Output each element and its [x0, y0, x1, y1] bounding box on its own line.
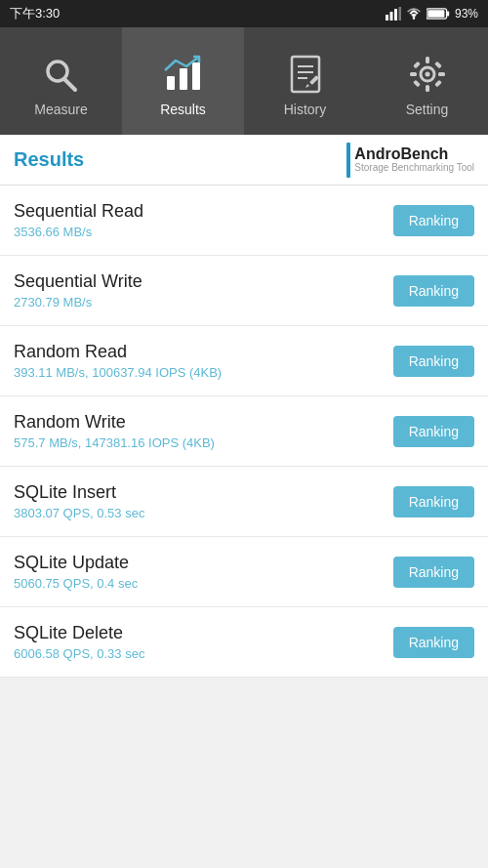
svg-rect-7 [427, 10, 444, 18]
result-row-sqlite-update: SQLite Update5060.75 QPS, 0.4 secRanking [0, 537, 488, 607]
svg-rect-12 [192, 62, 200, 90]
tab-history-label: History [284, 102, 327, 117]
signal-icon [386, 7, 401, 21]
result-name-sqlite-insert: SQLite Insert [14, 482, 144, 503]
result-row-sqlite-insert: SQLite Insert3803.07 QPS, 0.53 secRankin… [0, 467, 488, 537]
result-row-random-write: Random Write575.7 MB/s, 147381.16 IOPS (… [0, 396, 488, 467]
svg-rect-0 [386, 15, 388, 21]
ranking-button-sequential-write[interactable]: Ranking [393, 275, 474, 307]
svg-rect-13 [292, 57, 319, 92]
result-value-sequential-write: 2730.79 MB/s [14, 295, 142, 310]
svg-line-9 [64, 79, 75, 90]
results-list: Sequential Read3536.66 MB/sRankingSequen… [0, 186, 488, 678]
svg-marker-18 [305, 84, 309, 88]
result-value-sqlite-update: 5060.75 QPS, 0.4 sec [14, 576, 138, 591]
svg-rect-3 [398, 7, 401, 21]
result-info-sequential-write: Sequential Write2730.79 MB/s [14, 271, 142, 310]
result-info-random-write: Random Write575.7 MB/s, 147381.16 IOPS (… [14, 412, 215, 450]
result-value-random-read: 393.11 MB/s, 100637.94 IOPS (4KB) [14, 365, 222, 380]
battery-icon [427, 7, 450, 21]
tab-measure[interactable]: Measure [0, 27, 122, 135]
ranking-button-sequential-read[interactable]: Ranking [393, 205, 474, 236]
section-title: Results [14, 148, 84, 171]
svg-rect-25 [413, 62, 421, 69]
result-info-sequential-read: Sequential Read3536.66 MB/s [14, 201, 143, 239]
section-header: Results AndroBench Storage Benchmarking … [0, 135, 488, 186]
logo-main-text: AndroBench [354, 145, 448, 163]
result-row-random-read: Random Read393.11 MB/s, 100637.94 IOPS (… [0, 326, 488, 396]
androbench-logo: AndroBench Storage Benchmarking Tool [346, 143, 474, 178]
ranking-button-random-read[interactable]: Ranking [393, 346, 474, 377]
status-bar: 下午3:30 93% [0, 0, 488, 27]
result-name-sequential-read: Sequential Read [14, 201, 143, 222]
ranking-button-random-write[interactable]: Ranking [393, 416, 474, 447]
result-row-sqlite-delete: SQLite Delete6006.58 QPS, 0.33 secRankin… [0, 607, 488, 678]
tab-setting-label: Setting [406, 102, 449, 117]
result-value-sequential-read: 3536.66 MB/s [14, 225, 143, 239]
svg-rect-23 [410, 72, 417, 76]
ranking-button-sqlite-insert[interactable]: Ranking [393, 486, 474, 517]
logo-bar [346, 143, 350, 178]
svg-rect-22 [426, 85, 429, 92]
status-icons: 93% [386, 7, 478, 21]
svg-rect-24 [438, 72, 445, 76]
result-info-sqlite-insert: SQLite Insert3803.07 QPS, 0.53 sec [14, 482, 144, 520]
status-time: 下午3:30 [10, 5, 60, 22]
result-value-random-write: 575.7 MB/s, 147381.16 IOPS (4KB) [14, 435, 215, 450]
tab-results[interactable]: Results [122, 27, 244, 135]
tab-history[interactable]: History [244, 27, 366, 135]
tab-results-label: Results [160, 102, 206, 117]
results-icon [162, 53, 205, 96]
tab-setting[interactable]: Setting [366, 27, 488, 135]
result-name-random-read: Random Read [14, 342, 222, 362]
logo-sub-text: Storage Benchmarking Tool [354, 162, 474, 174]
ranking-button-sqlite-delete[interactable]: Ranking [393, 627, 474, 658]
svg-rect-11 [180, 68, 187, 90]
svg-rect-1 [389, 12, 392, 21]
svg-rect-21 [426, 57, 429, 63]
ranking-button-sqlite-update[interactable]: Ranking [393, 557, 474, 588]
svg-rect-10 [167, 76, 175, 90]
svg-point-20 [425, 72, 429, 77]
result-name-sqlite-update: SQLite Update [14, 553, 138, 573]
svg-point-4 [413, 18, 415, 20]
result-name-random-write: Random Write [14, 412, 215, 433]
logo-text: AndroBench Storage Benchmarking Tool [354, 145, 474, 175]
tab-bar: Measure Results [0, 27, 488, 135]
result-info-sqlite-delete: SQLite Delete6006.58 QPS, 0.33 sec [14, 623, 144, 661]
svg-rect-27 [413, 80, 421, 88]
battery-percent: 93% [455, 7, 478, 21]
history-icon [284, 53, 327, 96]
result-name-sqlite-delete: SQLite Delete [14, 623, 144, 643]
svg-rect-6 [447, 11, 449, 16]
result-value-sqlite-delete: 6006.58 QPS, 0.33 sec [14, 646, 144, 661]
setting-icon [406, 53, 449, 96]
svg-rect-26 [434, 62, 442, 69]
svg-rect-17 [309, 75, 319, 85]
wifi-icon [406, 7, 422, 21]
svg-rect-2 [394, 9, 397, 21]
result-info-sqlite-update: SQLite Update5060.75 QPS, 0.4 sec [14, 553, 138, 591]
result-row-sequential-write: Sequential Write2730.79 MB/sRanking [0, 256, 488, 326]
measure-icon [40, 53, 83, 96]
tab-measure-label: Measure [34, 102, 87, 117]
result-value-sqlite-insert: 3803.07 QPS, 0.53 sec [14, 506, 144, 520]
result-row-sequential-read: Sequential Read3536.66 MB/sRanking [0, 186, 488, 256]
svg-rect-28 [434, 80, 442, 88]
result-name-sequential-write: Sequential Write [14, 271, 142, 292]
result-info-random-read: Random Read393.11 MB/s, 100637.94 IOPS (… [14, 342, 222, 380]
